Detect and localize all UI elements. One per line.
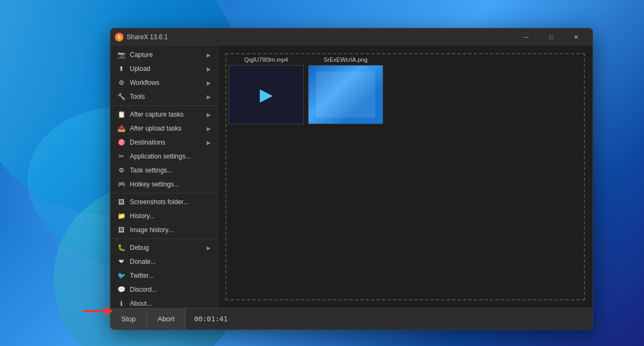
menu-item-about[interactable]: ℹAbout... (111, 297, 217, 308)
menu-label-image_history: Image history... (130, 226, 211, 234)
menu-item-discord[interactable]: 💬Discord... (111, 283, 217, 297)
menu-label-capture: Capture (130, 51, 207, 59)
menu-item-workflows[interactable]: ⚙Workflows▶ (111, 76, 217, 90)
file-label: QqjlU780lm.mp4 (244, 56, 288, 63)
menu-icon-screenshots_folder: 🖼 (117, 198, 126, 206)
menu-item-upload[interactable]: ⬆Upload▶ (111, 62, 217, 76)
menu-label-after_upload: After upload tasks (130, 125, 207, 132)
menu-icon-about: ℹ (117, 299, 126, 308)
menu-label-screenshots_folder: Screenshots folder... (130, 198, 211, 206)
menu-icon-image_history: 🖼 (117, 226, 126, 234)
window-title: ShareX 13.6.1 (127, 33, 514, 41)
menu-icon-upload: ⬆ (117, 64, 126, 73)
red-arrow-indicator (83, 306, 113, 316)
menu-label-discord: Discord... (130, 286, 211, 293)
menu-item-app_settings[interactable]: ✂Application settings... (111, 149, 217, 163)
bottom-bar: Stop Abort 00:01:41 (111, 308, 592, 329)
menu-item-capture[interactable]: 📷Capture▶ (111, 48, 217, 62)
app-icon: S (115, 33, 123, 41)
menu-item-history[interactable]: 📁History... (111, 209, 217, 223)
file-thumbnail: ▶ (229, 65, 304, 124)
menu-arrow-destinations: ▶ (207, 140, 211, 146)
window-controls: ─ □ ✕ (514, 28, 588, 46)
menu-icon-task_settings: ⚙ (117, 166, 126, 175)
menu-icon-after_upload: 📤 (117, 124, 126, 133)
menu-label-app_settings: Application settings... (130, 153, 211, 160)
menu-item-after_capture[interactable]: 📋After capture tasks▶ (111, 107, 217, 121)
abort-button[interactable]: Abort (147, 308, 186, 329)
left-menu: 📷Capture▶⬆Upload▶⚙Workflows▶🔧Tools▶📋Afte… (111, 46, 218, 308)
menu-item-debug[interactable]: 🐛Debug▶ (111, 241, 217, 255)
menu-icon-history: 📁 (117, 212, 126, 220)
file-label: SrExEWcrlA.png (324, 56, 368, 63)
close-button[interactable]: ✕ (564, 28, 588, 46)
menu-label-history: History... (130, 212, 211, 220)
menu-label-twitter: Twitter... (130, 272, 211, 279)
menu-item-after_upload[interactable]: 📤After upload tasks▶ (111, 121, 217, 135)
menu-icon-after_capture: 📋 (117, 110, 126, 119)
menu-icon-destinations: 🎯 (117, 138, 126, 147)
menu-divider (111, 193, 217, 193)
menu-divider (111, 239, 217, 239)
menu-arrow-debug: ▶ (207, 245, 211, 251)
main-window: S ShareX 13.6.1 ─ □ ✕ 📷Capture▶⬆Upload▶⚙… (110, 28, 593, 330)
minimize-button[interactable]: ─ (514, 28, 539, 46)
menu-item-image_history[interactable]: 🖼Image history... (111, 223, 217, 237)
menu-arrow-tools: ▶ (207, 94, 211, 100)
window-body: 📷Capture▶⬆Upload▶⚙Workflows▶🔧Tools▶📋Afte… (111, 46, 592, 308)
menu-label-debug: Debug (130, 244, 207, 251)
menu-label-tools: Tools (130, 93, 207, 100)
menu-icon-app_settings: ✂ (117, 152, 126, 161)
menu-item-donate[interactable]: ❤Donate... (111, 255, 217, 269)
content-border: QqjlU780lm.mp4▶SrExEWcrlA.png (225, 53, 585, 300)
file-item[interactable]: QqjlU780lm.mp4▶ (229, 56, 304, 124)
menu-icon-hotkey_settings: 🎮 (117, 180, 126, 189)
file-thumbnail (308, 65, 383, 124)
menu-label-donate: Donate... (130, 258, 211, 265)
file-grid: QqjlU780lm.mp4▶SrExEWcrlA.png (226, 54, 584, 126)
menu-item-hotkey_settings[interactable]: 🎮Hotkey settings... (111, 177, 217, 191)
title-bar: S ShareX 13.6.1 ─ □ ✕ (111, 28, 592, 46)
menu-label-destinations: Destinations (130, 139, 207, 146)
menu-label-hotkey_settings: Hotkey settings... (130, 181, 211, 188)
menu-icon-discord: 💬 (117, 285, 126, 294)
menu-icon-tools: 🔧 (117, 92, 126, 101)
menu-arrow-capture: ▶ (207, 52, 211, 58)
menu-label-about: About... (130, 300, 211, 307)
menu-item-task_settings[interactable]: ⚙Task settings... (111, 163, 217, 177)
menu-icon-debug: 🐛 (117, 243, 126, 252)
menu-item-tools[interactable]: 🔧Tools▶ (111, 90, 217, 104)
menu-item-twitter[interactable]: 🐦Twitter... (111, 269, 217, 283)
stop-button[interactable]: Stop (111, 308, 147, 329)
menu-icon-capture: 📷 (117, 51, 126, 59)
menu-icon-workflows: ⚙ (117, 78, 126, 87)
recording-timer: 00:01:41 (186, 315, 237, 323)
content-area: QqjlU780lm.mp4▶SrExEWcrlA.png (218, 46, 592, 308)
menu-icon-twitter: 🐦 (117, 271, 126, 280)
menu-label-after_capture: After capture tasks (130, 111, 207, 118)
menu-divider (111, 105, 217, 106)
menu-label-workflows: Workflows (130, 79, 207, 86)
file-item[interactable]: SrExEWcrlA.png (308, 56, 383, 124)
menu-arrow-after_upload: ▶ (207, 126, 211, 132)
menu-label-upload: Upload (130, 65, 207, 73)
screenshot-preview (309, 66, 383, 124)
menu-label-task_settings: Task settings... (130, 167, 211, 174)
menu-arrow-after_capture: ▶ (207, 112, 211, 118)
maximize-button[interactable]: □ (539, 28, 564, 46)
video-play-icon: ▶ (260, 84, 273, 105)
menu-item-screenshots_folder[interactable]: 🖼Screenshots folder... (111, 195, 217, 209)
menu-item-destinations[interactable]: 🎯Destinations▶ (111, 135, 217, 149)
menu-arrow-upload: ▶ (207, 66, 211, 72)
menu-icon-donate: ❤ (117, 257, 126, 266)
menu-arrow-workflows: ▶ (207, 80, 211, 86)
